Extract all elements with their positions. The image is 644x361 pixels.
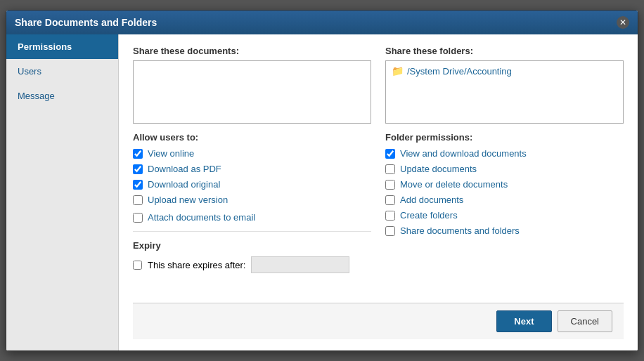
download-original-checkbox[interactable] [133, 180, 143, 190]
sidebar-item-message[interactable]: Message [6, 84, 118, 108]
move-delete-label[interactable]: Move or delete documents [400, 179, 508, 190]
content-columns: Share these documents: Allow users to: V… [133, 46, 624, 303]
checkbox-view-download: View and download documents [385, 148, 624, 159]
download-original-label[interactable]: Download original [148, 179, 220, 190]
folder-icon: 📁 [392, 65, 404, 77]
view-download-label[interactable]: View and download documents [400, 148, 527, 159]
add-docs-label[interactable]: Add documents [400, 195, 463, 205]
folder-path: /System Drive/Accounting [407, 66, 512, 77]
checkbox-update-docs: Update documents [385, 164, 624, 174]
upload-version-checkbox[interactable] [133, 195, 143, 205]
folder-item: 📁 /System Drive/Accounting [389, 64, 620, 78]
attach-email-label[interactable]: Attach documents to email [148, 212, 255, 223]
checkbox-upload-version: Upload new version [133, 195, 371, 205]
share-dialog: Share Documents and Folders ✕ Permission… [6, 10, 638, 351]
folders-list-box[interactable]: 📁 /System Drive/Accounting [385, 60, 624, 124]
expiry-input[interactable] [251, 256, 349, 273]
checkbox-download-original: Download original [133, 179, 371, 190]
expiry-checkbox[interactable] [133, 261, 142, 270]
move-delete-checkbox[interactable] [385, 180, 395, 190]
attach-email-checkbox[interactable] [133, 213, 143, 223]
dialog-body: Permissions Users Message Share these do… [6, 34, 638, 350]
documents-section-label: Share these documents: [133, 46, 371, 56]
checkbox-share-docs: Share documents and folders [385, 225, 624, 236]
checkbox-attach-email: Attach documents to email [133, 212, 371, 223]
left-column: Share these documents: Allow users to: V… [133, 46, 371, 303]
dialog-title: Share Documents and Folders [15, 17, 157, 28]
expiry-row: This share expires after: [133, 256, 371, 273]
dialog-footer: Next Cancel [133, 303, 624, 339]
expiry-checkbox-label[interactable]: This share expires after: [148, 260, 245, 270]
sidebar: Permissions Users Message [6, 34, 119, 350]
documents-list-box[interactable] [133, 60, 371, 124]
view-online-label[interactable]: View online [148, 148, 194, 159]
next-button[interactable]: Next [496, 310, 551, 332]
allow-users-label: Allow users to: [133, 132, 371, 143]
folders-section-label: Share these folders: [385, 46, 624, 56]
right-column: Share these folders: 📁 /System Drive/Acc… [385, 46, 624, 303]
folder-permissions-label: Folder permissions: [385, 132, 624, 143]
share-docs-label[interactable]: Share documents and folders [400, 225, 520, 236]
cancel-button[interactable]: Cancel [558, 310, 612, 332]
download-pdf-checkbox[interactable] [133, 164, 143, 174]
checkbox-create-folders: Create folders [385, 210, 624, 221]
sidebar-item-users[interactable]: Users [6, 59, 118, 84]
main-content: Share these documents: Allow users to: V… [119, 34, 638, 350]
checkbox-move-delete: Move or delete documents [385, 179, 624, 190]
sidebar-item-permissions[interactable]: Permissions [6, 34, 118, 59]
view-online-checkbox[interactable] [133, 149, 143, 159]
view-download-checkbox[interactable] [385, 149, 395, 159]
checkbox-download-pdf: Download as PDF [133, 164, 371, 174]
create-folders-checkbox[interactable] [385, 211, 395, 221]
share-docs-checkbox[interactable] [385, 226, 395, 236]
expiry-label: Expiry [133, 240, 371, 251]
expiry-section: Expiry This share expires after: [133, 231, 371, 273]
checkbox-view-online: View online [133, 148, 371, 159]
update-docs-label[interactable]: Update documents [400, 164, 477, 174]
download-pdf-label[interactable]: Download as PDF [148, 164, 221, 174]
checkbox-add-docs: Add documents [385, 195, 624, 205]
create-folders-label[interactable]: Create folders [400, 210, 458, 221]
update-docs-checkbox[interactable] [385, 164, 395, 174]
upload-version-label[interactable]: Upload new version [148, 195, 228, 205]
close-button[interactable]: ✕ [617, 16, 629, 29]
add-docs-checkbox[interactable] [385, 195, 395, 205]
dialog-titlebar: Share Documents and Folders ✕ [6, 11, 638, 34]
